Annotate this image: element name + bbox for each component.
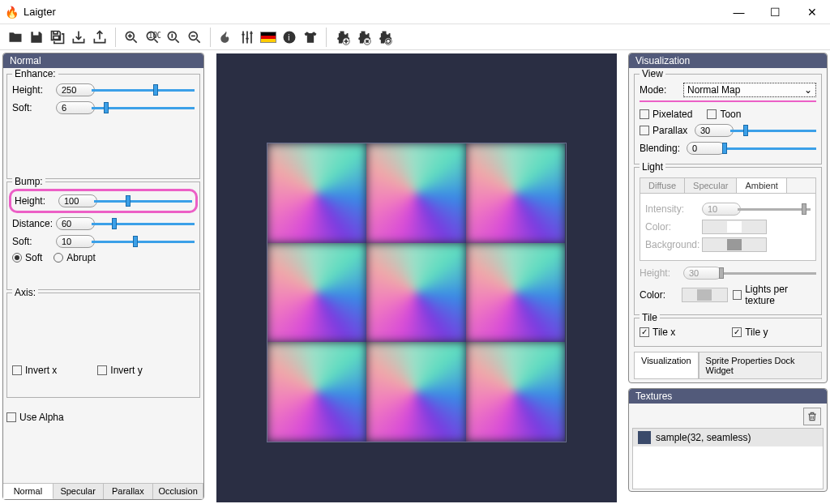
axis-group-label: Axis: [12,287,38,298]
view-group: View Mode: Normal Map⌄ Pixelated Toon Pa… [634,74,822,164]
info-icon[interactable]: i [280,28,298,46]
intensity-label: Intensity: [645,203,697,215]
intensity-value: 10 [702,203,741,216]
axis-group: Axis: Invert x Invert y [6,293,200,398]
enhance-soft-slider[interactable]: 6 [56,100,195,115]
visualization-panel-header: Visualization [629,53,827,68]
use-alpha-checkbox[interactable]: Use Alpha [6,412,200,423]
tab-visualization[interactable]: Visualization [634,352,699,379]
tile-y-checkbox[interactable]: ✓Tile y [732,327,768,338]
blending-slider[interactable]: 0 [687,141,816,156]
light-tab-ambient[interactable]: Ambient [737,178,786,193]
enhance-group: Enhance: Height: 250 Soft: 6 [6,74,200,179]
save-all-icon[interactable] [49,28,66,46]
zoom-out-icon[interactable] [186,28,203,46]
invert-x-checkbox[interactable]: Invert x [12,365,57,376]
tile-x-checkbox[interactable]: ✓Tile x [640,327,675,338]
tile-y-label: Tile y [745,327,768,338]
shirt-icon[interactable] [302,28,319,46]
light-color-swatch[interactable] [702,220,767,234]
light-height-label: Height: [640,267,678,279]
toon-checkbox[interactable]: Toon [707,109,741,120]
texture-thumb [638,431,651,444]
bump-soft-label: Soft: [12,236,51,247]
enhance-height-slider[interactable]: 250 [56,83,195,97]
bump-height-slider[interactable]: 100 [58,194,192,208]
bump-group: Bump: Height: 100 Distance: [6,182,200,290]
svg-text:i: i [288,33,289,42]
plugin-remove-icon[interactable] [354,28,372,46]
right-bottom-tabs: Visualization Sprite Properties Dock Wid… [634,352,822,379]
bump-height-label: Height: [15,195,53,207]
mode-highlight [640,100,816,102]
light-bottom-color-swatch[interactable] [682,288,728,302]
parallax-label: Parallax [652,125,687,136]
parallax-checkbox[interactable]: Parallax [640,125,690,136]
save-icon[interactable] [28,28,45,46]
background-swatch[interactable] [702,237,767,252]
bump-distance-slider[interactable]: 60 [56,216,195,231]
bump-height-highlight: Height: 100 [9,189,198,213]
light-height-value: 30 [683,267,722,280]
bump-height-value: 100 [58,194,97,207]
minimize-button[interactable]: — [721,0,757,24]
toolbar: 100 i [0,24,830,50]
maximize-button[interactable]: ☐ [757,0,794,24]
app-icon: 🔥 [5,6,19,19]
zoom-fit-icon[interactable] [165,28,182,46]
language-icon[interactable] [259,28,277,46]
invert-y-checkbox[interactable]: Invert y [97,365,142,376]
bump-soft-slider[interactable]: 10 [56,234,195,249]
normal-panel-header: Normal [3,53,203,68]
preview-viewport[interactable] [216,53,617,502]
plugin-reload-icon[interactable] [375,28,393,46]
texture-item[interactable]: sample(32, seamless) [633,429,823,446]
enhance-height-value: 250 [56,83,95,96]
tab-occlusion[interactable]: Occlusion [153,484,203,499]
blending-label: Blending: [640,143,682,154]
light-tab-diffuse[interactable]: Diffuse [640,178,685,193]
bump-radio-soft-label: Soft [25,252,42,263]
zoom-100-icon[interactable]: 100 [143,28,161,46]
bump-radio-abrupt[interactable]: Abrupt [53,252,95,263]
fire-icon[interactable] [217,28,235,46]
use-alpha-label: Use Alpha [19,412,64,423]
titlebar: 🔥 Laigter — ☐ ✕ [0,0,830,24]
plugin-add-icon[interactable] [333,28,351,46]
zoom-in-icon[interactable] [122,28,140,46]
view-group-label: View [640,68,665,79]
enhance-soft-value: 6 [56,101,95,114]
tile-group: Tile ✓Tile x ✓Tile y [634,318,822,347]
delete-texture-button[interactable] [803,408,821,425]
parallax-slider[interactable]: 30 [695,123,816,138]
tab-parallax[interactable]: Parallax [104,484,154,499]
lights-per-texture-checkbox[interactable]: Lights per texture [733,284,816,306]
mode-label: Mode: [640,84,678,96]
pixelated-checkbox[interactable]: Pixelated [640,109,692,120]
light-tab-specular[interactable]: Specular [685,178,737,193]
tab-specular[interactable]: Specular [53,484,104,499]
trash-icon [806,411,818,422]
textures-panel-header: Textures [629,389,827,404]
textures-list[interactable]: sample(32, seamless) [632,428,824,489]
preview-tile-grid [267,143,567,442]
parallax-value: 30 [695,124,734,137]
tab-normal[interactable]: Normal [3,484,53,499]
light-height-slider: 30 [683,266,816,280]
bump-radio-soft[interactable]: Soft [12,252,42,263]
import-icon[interactable] [70,28,88,46]
bump-soft-value: 10 [56,235,95,248]
export-icon[interactable] [91,28,109,46]
chevron-down-icon: ⌄ [804,84,812,96]
tab-sprite-properties[interactable]: Sprite Properties Dock Widget [699,352,822,379]
toon-label: Toon [720,109,741,120]
pixelated-label: Pixelated [652,109,692,120]
open-folder-icon[interactable] [6,28,24,46]
mode-value: Normal Map [687,84,740,96]
background-label: Background: [645,239,697,250]
sliders-icon[interactable] [238,28,256,46]
mode-dropdown[interactable]: Normal Map⌄ [683,83,816,97]
close-button[interactable]: ✕ [794,0,830,24]
bump-distance-value: 60 [56,217,95,230]
texture-item-label: sample(32, seamless) [656,432,751,443]
